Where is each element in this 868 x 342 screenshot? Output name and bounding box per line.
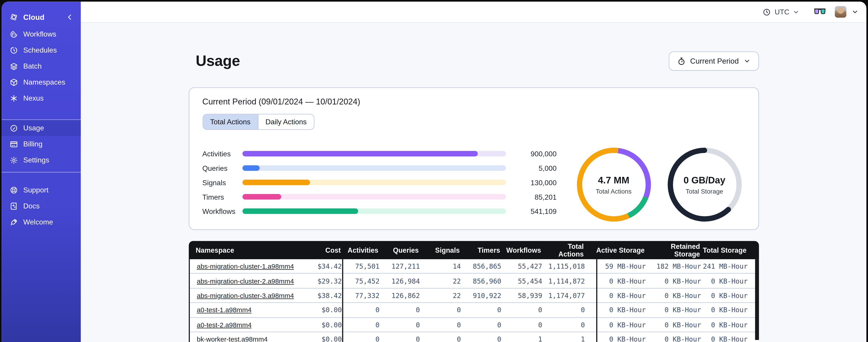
sidebar-item-settings[interactable]: Settings — [2, 152, 81, 168]
cell-total-storage: 0 KB-Hour — [701, 277, 748, 285]
tab-daily-actions[interactable]: Daily Actions — [258, 114, 314, 129]
cell-retained-storage: 0 KB-Hour — [646, 292, 701, 300]
bar-label: Queries — [203, 164, 242, 172]
user-avatar[interactable] — [835, 6, 846, 18]
sidebar-collapse-button[interactable] — [65, 13, 74, 22]
app-window: Cloud Workflows — [2, 2, 866, 342]
tab-total-actions[interactable]: Total Actions — [203, 114, 258, 129]
table-row: abs-migration-cluster-2.a98mm4 $29.32 75… — [190, 274, 758, 288]
namespace-link[interactable]: abs-migration-cluster-1.a98mm4 — [197, 263, 294, 270]
chevron-left-icon — [65, 13, 74, 22]
sidebar-item-label: Settings — [23, 156, 49, 164]
sidebar-item-welcome[interactable]: Welcome — [2, 214, 81, 230]
bar-track — [242, 179, 506, 185]
user-menu-button[interactable] — [851, 8, 859, 15]
sidebar-header: Cloud — [2, 2, 81, 26]
sidebar-header-label: Cloud — [23, 13, 44, 22]
period-dropdown-button[interactable]: Current Period — [669, 52, 758, 71]
namespace-link[interactable]: abs-migration-cluster-2.a98mm4 — [197, 277, 294, 285]
cell-timers: 856,960 — [461, 277, 501, 285]
cell-signals: 14 — [420, 263, 461, 270]
usage-icon — [9, 124, 18, 132]
settings-icon — [9, 156, 18, 165]
sidebar-item-label: Support — [23, 186, 49, 194]
cell-cost: $0.00 — [303, 303, 343, 318]
col-total-storage: Total Storage — [700, 246, 746, 254]
total-storage-donut: 0 GB/Day Total Storage — [664, 144, 745, 225]
cell-signals: 22 — [420, 277, 461, 285]
namespace-usage-table: Namespace Cost Activities Queries Signal… — [188, 241, 758, 342]
sidebar-item-schedules[interactable]: Schedules — [2, 42, 81, 58]
namespaces-icon — [9, 78, 18, 87]
cell-queries: 0 — [379, 321, 420, 329]
namespace-link[interactable]: a0-test-1.a98mm4 — [197, 306, 251, 314]
bar-row-signals: Signals 130,000 — [203, 179, 557, 185]
cell-retained-storage: 0 KB-Hour — [646, 336, 701, 342]
glasses-icon — [814, 8, 826, 16]
cell-queries: 126,862 — [379, 292, 420, 300]
namespace-link[interactable]: abs-migration-cluster-3.a98mm4 — [197, 292, 294, 300]
cell-retained-storage: 0 KB-Hour — [646, 277, 701, 285]
bar-value: 5,000 — [514, 164, 557, 172]
col-namespace: Namespace — [188, 246, 302, 254]
sidebar-item-workflows[interactable]: Workflows — [2, 26, 81, 42]
cell-timers: 856,865 — [461, 263, 501, 270]
table-scrollbar[interactable] — [755, 259, 758, 340]
namespace-link[interactable]: bk-worker-test.a98mm4 — [197, 336, 268, 342]
sidebar-item-support[interactable]: Support — [2, 182, 81, 198]
demo-glasses-button[interactable] — [814, 8, 826, 16]
welcome-icon — [9, 217, 18, 226]
sidebar-item-label: Docs — [23, 202, 40, 210]
sidebar-item-billing[interactable]: Billing — [2, 136, 81, 152]
cell-activities: 0 — [343, 306, 379, 314]
sidebar-item-docs[interactable]: Docs — [2, 198, 81, 214]
docs-icon — [9, 201, 18, 210]
bar-row-workflows: Workflows 541,109 — [203, 208, 557, 214]
namespace-link[interactable]: a0-test-2.a98mm4 — [197, 321, 251, 329]
sidebar-item-usage[interactable]: Usage — [2, 120, 81, 136]
cell-total-storage: 241 MB-Hour — [701, 263, 748, 270]
cell-queries: 0 — [379, 336, 420, 342]
stopwatch-icon — [677, 57, 686, 65]
timezone-selector[interactable]: UTC — [763, 7, 799, 16]
bar-track — [242, 208, 506, 214]
period-dropdown-label: Current Period — [690, 57, 739, 65]
bar-row-timers: Timers 85,201 — [203, 194, 557, 200]
card-title: Current Period (09/01/2024 — 10/01/2024) — [203, 97, 745, 106]
cell-cost: $34.42 — [303, 259, 343, 274]
cell-timers: 0 — [461, 336, 501, 342]
bar-value: 541,109 — [514, 207, 557, 215]
total-storage-caption: Total Storage — [686, 188, 723, 194]
cell-workflows: 0 — [501, 306, 542, 314]
donut-charts: 4.7 MM Total Actions — [573, 136, 745, 225]
page-header: Usage Current Period — [188, 52, 758, 71]
bar-label: Timers — [203, 193, 242, 201]
bar-fill — [242, 179, 310, 185]
cell-total-actions: 1,115,018 — [542, 259, 597, 274]
table-row: a0-test-2.a98mm4 $0.00 0 0 0 0 0 0 0 KB-… — [190, 318, 758, 332]
col-cost: Cost — [302, 241, 342, 259]
sidebar-item-batch[interactable]: Batch — [2, 58, 81, 74]
cell-active-storage: 0 KB-Hour — [597, 306, 646, 314]
table-row: abs-migration-cluster-1.a98mm4 $34.42 75… — [190, 259, 758, 274]
current-period-card: Current Period (09/01/2024 — 10/01/2024)… — [188, 87, 758, 230]
cell-activities: 0 — [343, 336, 379, 342]
col-activities: Activities — [342, 246, 378, 254]
total-actions-value: 4.7 MM — [598, 175, 629, 186]
cell-total-actions: 1,174,077 — [542, 288, 597, 303]
cell-timers: 910,922 — [461, 292, 501, 300]
sidebar-item-label: Workflows — [23, 30, 56, 38]
screen: Cloud Workflows — [0, 0, 868, 342]
cell-queries: 126,984 — [379, 277, 420, 285]
cell-activities: 75,452 — [343, 277, 379, 285]
cell-active-storage: 0 KB-Hour — [597, 277, 646, 285]
cell-signals: 0 — [420, 321, 461, 329]
sidebar-item-namespaces[interactable]: Namespaces — [2, 74, 81, 90]
bar-value: 85,201 — [514, 193, 557, 201]
cell-signals: 22 — [420, 292, 461, 300]
bar-label: Workflows — [203, 207, 242, 215]
sidebar-item-nexus[interactable]: Nexus — [2, 90, 81, 106]
bar-track — [242, 151, 506, 157]
cell-total-actions: 0 — [542, 303, 597, 318]
cell-activities: 0 — [343, 321, 379, 329]
